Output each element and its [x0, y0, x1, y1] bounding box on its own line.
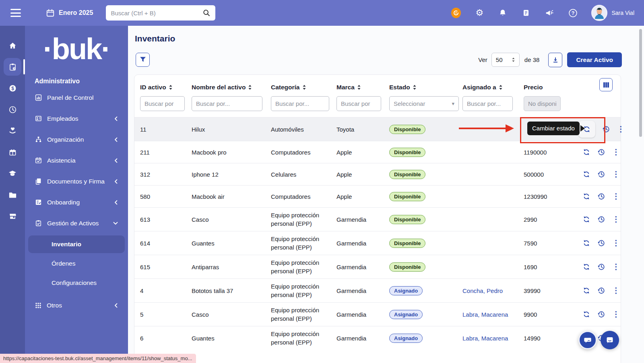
- sidebar-subitem-ordenes[interactable]: Órdenes: [28, 255, 125, 272]
- history-icon[interactable]: [597, 239, 605, 247]
- cell-category: Equipo protección personal (EPP): [271, 211, 336, 228]
- sort-icon[interactable]: [248, 85, 252, 90]
- sidebar-item-organizacion[interactable]: Organización: [25, 129, 128, 150]
- search-icon[interactable]: [202, 9, 211, 17]
- asset-clipboard-icon[interactable]: [4, 58, 21, 76]
- home-icon[interactable]: [4, 37, 21, 54]
- assigned-person-link[interactable]: Labra, Macarena: [462, 311, 508, 318]
- sidebar-item-otros[interactable]: Otros: [25, 295, 128, 316]
- filter-brand-input[interactable]: [336, 96, 381, 111]
- change-status-icon[interactable]: [582, 310, 590, 318]
- row-menu-kebab-icon[interactable]: ⋮: [612, 215, 617, 223]
- vertical-scrollbar[interactable]: [639, 29, 642, 137]
- cell-brand: Apple: [336, 149, 389, 156]
- filter-id-input[interactable]: [140, 96, 185, 111]
- table-row: 211Macbook proComputadoresAppleDisponibl…: [134, 141, 621, 163]
- sort-icon[interactable]: [499, 85, 503, 90]
- sidebar-item-documentos-y-firma[interactable]: Documentos y Firma: [25, 171, 128, 192]
- bell-icon[interactable]: [498, 8, 508, 18]
- marketplace-store-icon[interactable]: [4, 207, 21, 225]
- gift-icon[interactable]: [4, 143, 21, 161]
- training-graduation-icon[interactable]: [4, 165, 21, 182]
- assigned-person-link[interactable]: Labra, Macarena: [462, 335, 508, 342]
- sort-icon[interactable]: [302, 85, 306, 90]
- change-status-icon[interactable]: [582, 215, 590, 223]
- chevron-left-icon: [114, 303, 118, 308]
- row-menu-kebab-icon[interactable]: ⋮: [612, 239, 617, 247]
- history-icon[interactable]: [597, 215, 605, 223]
- notes-icon[interactable]: [521, 8, 531, 18]
- assigned-person-link[interactable]: Concha, Pedro: [462, 287, 503, 294]
- history-icon[interactable]: [597, 148, 605, 156]
- payroll-dollar-icon[interactable]: $: [4, 79, 21, 97]
- svg-text:?: ?: [572, 10, 575, 16]
- row-menu-kebab-icon[interactable]: ⋮: [612, 192, 617, 200]
- change-status-icon[interactable]: [582, 170, 590, 178]
- help-icon[interactable]: ?: [568, 8, 578, 18]
- cell-asset-name: Guantes: [192, 240, 271, 247]
- filter-category-input[interactable]: [271, 96, 329, 111]
- time-clock-icon[interactable]: [4, 101, 21, 118]
- sidebar-item-panel-de-control[interactable]: Panel de Control: [25, 87, 128, 108]
- cell-asset-name: Casco: [192, 216, 271, 223]
- row-menu-kebab-icon[interactable]: ⋮: [612, 263, 617, 271]
- history-icon[interactable]: [597, 170, 605, 178]
- create-asset-button[interactable]: Crear Activo: [567, 52, 622, 67]
- buk-logo: ·buk·: [25, 31, 128, 67]
- orange-buk-icon[interactable]: [451, 8, 461, 18]
- gear-icon[interactable]: ⚙: [475, 8, 484, 18]
- row-menu-kebab-icon[interactable]: ⋮: [612, 310, 617, 318]
- column-picker-button[interactable]: [599, 78, 613, 91]
- filter-button[interactable]: [136, 53, 150, 67]
- cell-brand: Apple: [336, 193, 389, 200]
- sort-icon[interactable]: [413, 85, 417, 90]
- user-menu[interactable]: Sara Vial: [591, 5, 634, 21]
- sidebar-subitem-configuraciones[interactable]: Configuraciones: [28, 274, 125, 292]
- change-status-icon[interactable]: [583, 125, 591, 133]
- filter-status-select[interactable]: Seleccionar ▾: [389, 96, 459, 111]
- main-content: Inventario Ver 50 de 38 Crear Activo ID …: [128, 26, 644, 363]
- filter-name-input[interactable]: [192, 96, 262, 111]
- megaphone-icon[interactable]: [545, 8, 554, 18]
- sidebar-item-empleados[interactable]: Empleados: [25, 108, 128, 129]
- change-status-icon[interactable]: [582, 148, 590, 156]
- row-menu-kebab-icon[interactable]: ⋮: [612, 148, 617, 156]
- cell-category: Equipo protección personal (EPP): [271, 282, 336, 299]
- change-status-icon[interactable]: [582, 239, 590, 247]
- messenger-button[interactable]: [601, 331, 619, 349]
- history-icon[interactable]: [602, 125, 610, 133]
- change-status-icon[interactable]: [582, 192, 590, 200]
- history-icon[interactable]: [597, 287, 605, 295]
- clipboard-check-icon: [35, 220, 42, 227]
- row-menu-kebab-icon[interactable]: ⋮: [612, 287, 617, 295]
- row-menu-kebab-icon[interactable]: ⋮: [612, 170, 617, 178]
- history-icon[interactable]: [597, 192, 605, 200]
- history-icon[interactable]: [597, 263, 605, 271]
- change-status-icon[interactable]: [582, 287, 590, 295]
- filter-assigned-input[interactable]: [462, 96, 513, 111]
- cell-category: Equipo protección personal (EPP): [271, 258, 336, 275]
- sidebar-item-asistencia[interactable]: Asistencia: [25, 150, 128, 171]
- sidebar-item-onboarding[interactable]: Onboarding: [25, 192, 128, 213]
- global-search[interactable]: [106, 5, 215, 21]
- chat-bubble-button[interactable]: [578, 331, 597, 349]
- column-header: Estado: [389, 84, 410, 91]
- history-icon[interactable]: [597, 310, 605, 318]
- search-input[interactable]: [111, 10, 202, 16]
- sidebar-item-gestion-de-activos[interactable]: Gestión de Activos: [25, 213, 128, 234]
- documents-folder-icon[interactable]: [4, 186, 21, 204]
- change-status-icon[interactable]: [582, 263, 590, 271]
- table-body: 11HiluxAutomóvilesToyotaDisponible⋮211Ma…: [134, 117, 621, 350]
- hamburger-menu-icon[interactable]: [10, 9, 21, 17]
- per-page-select[interactable]: 50: [491, 53, 520, 67]
- sidebar-subitem-inventario[interactable]: Inventario: [28, 235, 125, 253]
- cell-asset-name: Antiparras: [192, 264, 271, 270]
- benefits-hand-heart-icon[interactable]: [4, 122, 21, 140]
- download-button[interactable]: [548, 53, 562, 67]
- sort-icon[interactable]: [169, 85, 173, 90]
- row-menu-kebab-icon[interactable]: ⋮: [617, 125, 622, 133]
- change-status-hover[interactable]: [578, 121, 595, 138]
- period-selector[interactable]: Enero 2025: [46, 8, 93, 17]
- sort-icon[interactable]: [357, 85, 361, 90]
- select-arrows-icon: [512, 57, 515, 62]
